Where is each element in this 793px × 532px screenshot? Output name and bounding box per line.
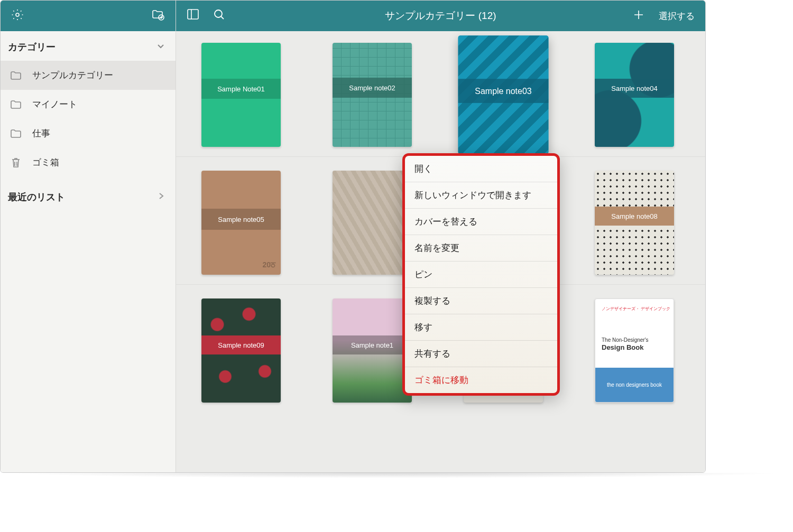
select-button[interactable]: 選択する: [659, 10, 695, 22]
note-subtitle: ノンデザイナーズ・ デザインブック: [602, 306, 670, 312]
sidebar-item-label: マイノート: [32, 98, 77, 110]
context-menu-move[interactable]: 移す: [405, 314, 557, 341]
note-card-selected[interactable]: Sample note03: [458, 35, 549, 154]
sidebar-toolbar: [1, 1, 176, 31]
sidebar-item-label: サンプルカテゴリー: [32, 69, 113, 81]
context-menu-open-new-window[interactable]: 新しいウィンドウで開きます: [405, 182, 557, 209]
categories-header[interactable]: カテゴリー: [1, 31, 176, 61]
recent-list-header[interactable]: 最近のリスト: [1, 177, 176, 212]
chevron-right-icon: [158, 192, 165, 202]
svg-point-0: [16, 13, 19, 16]
note-title: Sample note1: [333, 335, 412, 354]
note-card[interactable]: ノンデザイナーズ・ デザインブック The Non-Designer'sDesi…: [595, 298, 674, 403]
recent-list-title: 最近のリスト: [8, 191, 65, 203]
note-title: the non designers book: [595, 368, 674, 402]
note-card[interactable]: Sample note1: [333, 298, 412, 403]
add-folder-icon[interactable]: [151, 8, 165, 23]
note-card[interactable]: [333, 171, 412, 275]
note-card[interactable]: Sample note09: [201, 298, 281, 403]
main-toolbar: サンプルカテゴリー (12) 選択する: [176, 1, 705, 31]
add-icon[interactable]: [632, 8, 645, 24]
sidebar: カテゴリー サンプルカテゴリー マイノート 仕事: [1, 1, 176, 472]
trash-icon: [10, 157, 22, 168]
grid-row: Sample Note01 Sample note02 Sample note0…: [176, 31, 705, 157]
sidebar-item-label: ゴミ箱: [32, 156, 59, 169]
context-menu-share[interactable]: 共有する: [405, 341, 557, 367]
sidebar-item-my-notes[interactable]: マイノート: [1, 90, 176, 119]
settings-icon[interactable]: [11, 8, 24, 23]
page-title: サンプルカテゴリー (12): [385, 9, 496, 23]
app-window: カテゴリー サンプルカテゴリー マイノート 仕事: [0, 0, 706, 473]
folder-icon: [10, 99, 22, 110]
shadow: [5, 473, 788, 478]
folder-icon: [10, 128, 22, 139]
categories-title: カテゴリー: [8, 41, 56, 53]
note-subtitle: The Non-Designer'sDesign Book: [602, 337, 649, 352]
sidebar-item-work[interactable]: 仕事: [1, 119, 176, 148]
note-card[interactable]: Sample note08: [595, 171, 674, 275]
folder-icon: [10, 70, 22, 81]
svg-rect-2: [188, 10, 198, 19]
context-menu: 開く 新しいウィンドウで開きます カバーを替える 名前を変更 ピン 複製する 移…: [402, 153, 560, 396]
context-menu-open[interactable]: 開く: [405, 156, 557, 182]
layout-icon[interactable]: [187, 8, 199, 23]
context-menu-trash[interactable]: ゴミ箱に移動: [405, 367, 557, 393]
svg-point-3: [215, 10, 222, 17]
note-title: Sample note09: [201, 335, 281, 354]
chevron-down-icon: [156, 42, 165, 52]
context-menu-duplicate[interactable]: 複製する: [405, 288, 557, 314]
sidebar-item-sample-category[interactable]: サンプルカテゴリー: [1, 61, 176, 90]
context-menu-change-cover[interactable]: カバーを替える: [405, 209, 557, 235]
note-title: Sample note05: [201, 209, 281, 230]
note-card[interactable]: Sample Note01: [201, 43, 281, 147]
context-menu-rename[interactable]: 名前を変更: [405, 235, 557, 262]
search-icon[interactable]: [213, 8, 226, 23]
note-card[interactable]: Sample note05: [201, 171, 281, 275]
note-title: Sample Note01: [201, 79, 281, 99]
note-title: Sample note04: [595, 79, 674, 98]
note-title: Sample note08: [595, 207, 674, 226]
note-card[interactable]: Sample note04: [595, 43, 674, 147]
sidebar-item-trash[interactable]: ゴミ箱: [1, 148, 176, 177]
note-card[interactable]: Sample note02: [333, 43, 412, 147]
context-menu-pin[interactable]: ピン: [405, 262, 557, 288]
note-title: Sample note03: [458, 79, 549, 103]
note-title: Sample note02: [333, 78, 412, 98]
sidebar-item-label: 仕事: [32, 127, 50, 139]
